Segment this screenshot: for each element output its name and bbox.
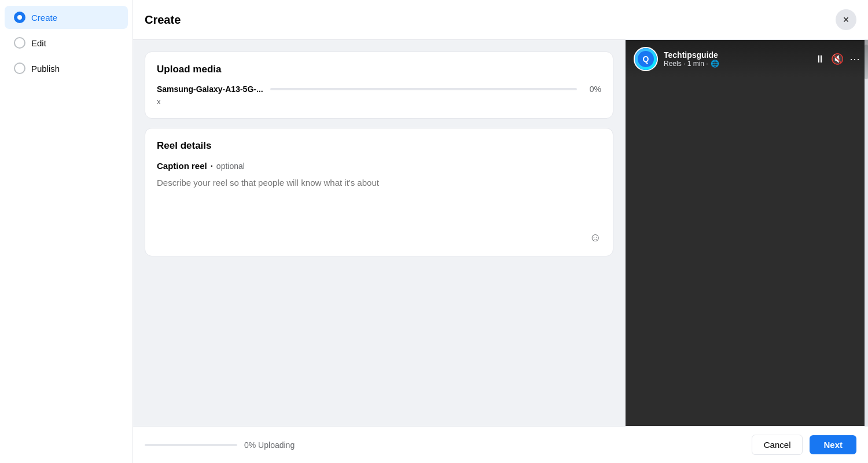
reel-details-title: Reel details [157, 140, 601, 152]
preview-meta: Reels · 1 min · 🌐 [664, 60, 809, 68]
remove-file-button[interactable]: x [157, 97, 161, 106]
radio-edit [14, 37, 25, 49]
upload-media-title: Upload media [157, 64, 601, 75]
dialog-title: Create [145, 13, 181, 27]
sidebar: Create Edit Publish [0, 0, 133, 463]
content-area: Upload media Samsung-Galaxy-A13-5G-... 0… [133, 40, 868, 426]
upload-status-text: 0% Uploading [244, 440, 295, 450]
avatar: Q [634, 47, 658, 71]
file-remove-row: x [157, 96, 601, 106]
bottom-progress-bar [145, 444, 237, 446]
bottom-bar: 0% Uploading Cancel Next [133, 426, 868, 463]
mute-icon[interactable]: 🔇 [831, 53, 844, 65]
more-options-icon[interactable]: ⋯ [849, 53, 860, 65]
sidebar-label-edit: Edit [31, 38, 46, 48]
sidebar-label-publish: Publish [31, 64, 60, 74]
radio-create [14, 12, 25, 23]
bottom-actions: Cancel Next [752, 435, 856, 455]
svg-text:Q: Q [643, 54, 649, 64]
file-name: Samsung-Galaxy-A13-5G-... [157, 84, 263, 94]
pause-icon[interactable]: ⏸ [815, 53, 825, 65]
globe-icon: 🌐 [711, 60, 719, 68]
preview-header: Q Techtipsguide Reels · 1 min · 🌐 ⏸ � [626, 40, 868, 78]
cancel-button[interactable]: Cancel [752, 435, 803, 455]
emoji-button-container: ☺ [157, 231, 601, 244]
preview-username: Techtipsguide [664, 50, 809, 60]
upload-file-row: Samsung-Galaxy-A13-5G-... 0% [157, 84, 601, 94]
right-panel: Q Techtipsguide Reels · 1 min · 🌐 ⏸ � [625, 40, 868, 426]
avatar-inner: Q [635, 48, 657, 70]
main-content: Create × Upload media Samsung-Galaxy-A13… [133, 0, 868, 463]
progress-text: 0% [584, 84, 601, 94]
optional-text: optional [216, 161, 245, 171]
caption-textarea[interactable] [157, 178, 601, 224]
dot-separator: · [211, 161, 213, 171]
reel-details-card: Reel details Caption reel · optional ☺ [145, 128, 613, 256]
next-button[interactable]: Next [810, 435, 856, 454]
preview-user-info: Techtipsguide Reels · 1 min · 🌐 [664, 50, 809, 68]
preview-container: Q Techtipsguide Reels · 1 min · 🌐 ⏸ � [626, 40, 868, 426]
preview-meta-label: Reels · 1 min · [664, 60, 708, 68]
radio-publish [14, 63, 25, 74]
upload-progress-section: 0% Uploading [145, 440, 752, 450]
sidebar-item-edit[interactable]: Edit [5, 31, 128, 54]
upload-media-card: Upload media Samsung-Galaxy-A13-5G-... 0… [145, 52, 613, 119]
progress-bar-container [270, 88, 577, 90]
caption-label: Caption reel · optional [157, 161, 601, 171]
emoji-icon[interactable]: ☺ [590, 231, 601, 244]
sidebar-item-publish[interactable]: Publish [5, 57, 128, 80]
dialog-header: Create × [133, 0, 868, 40]
caption-label-text: Caption reel [157, 161, 207, 171]
close-button[interactable]: × [836, 9, 856, 30]
left-panel: Upload media Samsung-Galaxy-A13-5G-... 0… [133, 40, 625, 426]
sidebar-item-create[interactable]: Create [5, 6, 128, 29]
preview-controls: ⏸ 🔇 ⋯ [815, 53, 860, 65]
sidebar-label-create: Create [31, 13, 57, 23]
scrollbar-track[interactable] [865, 40, 868, 426]
